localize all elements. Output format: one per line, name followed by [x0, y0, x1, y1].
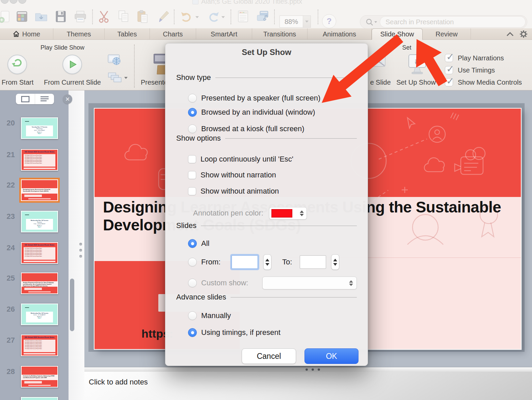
- minimize-window-button[interactable]: [9, 0, 18, 4]
- tab-label: Themes: [66, 30, 91, 38]
- redo-icon[interactable]: [207, 9, 220, 24]
- close-icon[interactable]: ✕: [63, 94, 72, 104]
- radio-all-slides[interactable]: All: [188, 239, 357, 248]
- checkbox-box[interactable]: [188, 171, 196, 179]
- radio-label: All: [201, 239, 209, 248]
- redo-dropdown-caret[interactable]: [221, 16, 225, 18]
- slide-thumbnail-partial[interactable]: [21, 397, 58, 400]
- slide-thumbnail-23[interactable]: Wednesday Nov 18 TorontoKeynote9:10 - 10…: [21, 211, 58, 232]
- document-icon: [192, 0, 198, 4]
- paste-icon[interactable]: [136, 9, 149, 24]
- tab-smartart[interactable]: SmartArt: [196, 28, 252, 40]
- zoom-dropdown[interactable]: [303, 16, 311, 28]
- radio-from[interactable]: [188, 258, 197, 266]
- tab-home[interactable]: Home: [0, 28, 53, 40]
- from-start-button[interactable]: [7, 55, 27, 74]
- notes-placeholder[interactable]: Click to add notes: [89, 378, 148, 387]
- radio-circle-selected[interactable]: [188, 108, 197, 117]
- zoom-window-button[interactable]: [18, 0, 26, 4]
- gear-icon[interactable]: [519, 30, 528, 38]
- show-media-controls-checkbox[interactable]: ✓Show Media Controls: [445, 78, 522, 86]
- slide-thumbnail-26[interactable]: Wednesday Nov 18 Toronto10:10 - 11:50 AM…: [21, 304, 58, 325]
- slide-thumbnail-28[interactable]: Inclusion by Building Capacity: Advancin…: [21, 366, 58, 388]
- from-slide-input[interactable]: [232, 255, 258, 269]
- slide-thumbnail-25[interactable]: Student Empowered Design for Open Pedago…: [21, 273, 58, 294]
- notes-pane[interactable]: Click to add notes: [84, 372, 532, 400]
- tab-themes[interactable]: Themes: [53, 28, 105, 40]
- advance-slides-header: Advance slides: [176, 293, 357, 302]
- slide-thumbnail-22[interactable]: Designing Learner Assessments Using the …: [21, 179, 58, 201]
- zoom-level-field[interactable]: 88%: [280, 16, 303, 28]
- checkbox-loop-continuously[interactable]: Loop continuously until 'Esc': [188, 154, 357, 164]
- slide-gallery-icon[interactable]: [15, 9, 29, 24]
- from-current-slide-button[interactable]: [62, 55, 82, 74]
- radio-custom-show[interactable]: [188, 279, 197, 287]
- radio-circle-selected[interactable]: [188, 239, 197, 248]
- ok-button[interactable]: OK: [304, 348, 358, 364]
- print-icon[interactable]: [74, 9, 87, 24]
- copy-icon[interactable]: [117, 9, 130, 24]
- to-stepper[interactable]: [331, 254, 339, 270]
- notes-splitter[interactable]: [84, 367, 532, 372]
- undo-dropdown-caret[interactable]: [195, 16, 199, 18]
- radio-circle[interactable]: [188, 311, 197, 320]
- sidebar-scrollbar[interactable]: [70, 279, 74, 331]
- checkbox-box[interactable]: [188, 155, 196, 163]
- search-input[interactable]: [380, 17, 525, 27]
- radio-browsed-by-individual[interactable]: Browsed by an individual (window): [188, 108, 357, 117]
- play-narrations-checkbox[interactable]: ✓Play Narrations: [445, 54, 504, 62]
- checkbox-show-without-animation[interactable]: Show without animation: [188, 187, 357, 196]
- radio-circle[interactable]: [188, 124, 197, 133]
- custom-show-icon[interactable]: [108, 72, 123, 85]
- custom-show-caret[interactable]: [124, 77, 128, 79]
- slide-thumbnail-27[interactable]: OE Global 2020 Session Room Notes▪ OE Gl…: [21, 335, 58, 356]
- cancel-button[interactable]: Cancel: [242, 348, 296, 364]
- radio-using-timings[interactable]: Using timings, if present: [188, 328, 357, 337]
- new-presentation-icon[interactable]: [0, 9, 11, 24]
- hide-slide-icon[interactable]: [370, 55, 387, 77]
- radio-presented-by-speaker[interactable]: Presented by a speaker (full screen): [188, 93, 357, 103]
- use-timings-checkbox[interactable]: ✓Use Timings: [445, 66, 495, 74]
- search-icon[interactable]: [365, 18, 378, 26]
- set-up-show-icon[interactable]: #: [407, 53, 427, 78]
- cut-icon[interactable]: [97, 9, 111, 24]
- slide-number: 21: [0, 150, 15, 159]
- tab-animations[interactable]: Animations: [308, 28, 372, 40]
- open-icon[interactable]: [34, 9, 48, 24]
- custom-show-popup[interactable]: [262, 277, 357, 289]
- checkbox-box[interactable]: [188, 187, 196, 195]
- online-broadcast-icon[interactable]: [107, 54, 122, 69]
- tab-charts[interactable]: Charts: [150, 28, 196, 40]
- svg-text:#: #: [415, 56, 420, 66]
- pen-color-well[interactable]: [269, 207, 307, 220]
- tab-label: Charts: [163, 30, 183, 38]
- save-icon[interactable]: [54, 9, 68, 24]
- tab-review[interactable]: Review: [423, 28, 471, 40]
- radio-circle-selected[interactable]: [188, 328, 197, 337]
- radio-browsed-at-kiosk[interactable]: Browsed at a kiosk (full screen): [188, 124, 357, 134]
- undo-icon[interactable]: [180, 9, 193, 24]
- tab-transitions[interactable]: Transitions: [252, 28, 308, 40]
- sidebar-splitter[interactable]: [69, 90, 84, 400]
- slide-thumbnail-24[interactable]: OE Global 2020 Session Room Notes▪ OE Gl…: [21, 242, 58, 264]
- collapse-ribbon-icon[interactable]: [506, 31, 514, 37]
- radio-circle[interactable]: [188, 94, 197, 103]
- tab-tables[interactable]: Tables: [105, 28, 150, 40]
- close-window-button[interactable]: [1, 0, 9, 4]
- slide-thumbnail-20[interactable]: Tuesday Nov 17 TorontoWorkshop3:10 - 3:5…: [21, 117, 58, 139]
- outline-view-icon[interactable]: [35, 94, 54, 104]
- checkbox-show-without-narration[interactable]: Show without narration: [188, 170, 357, 180]
- slide-thumbnail-21[interactable]: OE Global 2020 Session Room Notes▪ OE Gl…: [21, 149, 58, 171]
- set-up-show-label: Set Up Show: [393, 79, 439, 86]
- to-slide-input[interactable]: [300, 255, 326, 269]
- slide-view-icon[interactable]: [16, 94, 35, 104]
- radio-manually[interactable]: Manually: [188, 311, 357, 320]
- format-painter-icon[interactable]: [158, 9, 171, 24]
- stepper-chevrons-icon: [300, 210, 304, 216]
- help-button[interactable]: ?: [322, 14, 336, 28]
- media-browser-icon[interactable]: [256, 9, 269, 24]
- tab-slide-show[interactable]: Slide Show: [372, 28, 423, 40]
- from-stepper[interactable]: [263, 254, 271, 270]
- slide-number: 20: [0, 119, 15, 127]
- formatting-pane-icon[interactable]: [236, 9, 250, 24]
